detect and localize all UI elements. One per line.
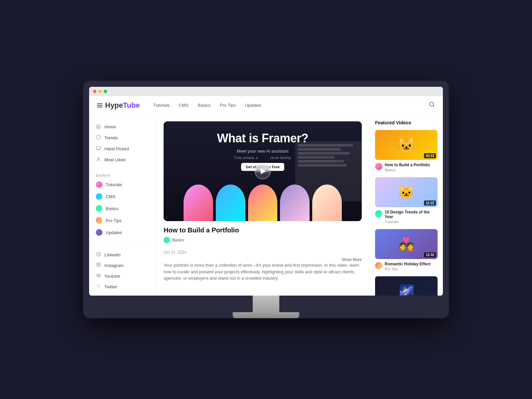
show-more-button[interactable]: Show More <box>341 257 362 262</box>
sidebar-item-instagram[interactable]: Instagram <box>89 260 155 271</box>
sidebar-updates-label: Updates <box>106 230 122 235</box>
sidebar-item-trends[interactable]: Trends <box>89 132 155 143</box>
video-category-label: Basics <box>172 238 184 242</box>
category-dot <box>164 237 170 243</box>
featured-thumb-3: 💑 12:32 <box>375 229 438 259</box>
sidebar-item-home[interactable]: Home <box>89 121 155 132</box>
updates-avatar <box>96 229 102 236</box>
sidebar-tutorials-label: Tutorials <box>106 182 122 187</box>
face-5 <box>312 185 342 221</box>
sidebar-item-twitter[interactable]: Twitter <box>89 281 155 292</box>
video-main-title: How to Build a Portfolio <box>164 226 362 234</box>
sidebar-trends-label: Trends <box>104 135 118 140</box>
featured-thumb-4: 🌌 ⬡ Made in Framer <box>375 276 438 296</box>
nav-link-cms[interactable]: CMS <box>179 103 189 108</box>
sidebar-basics-label: Basics <box>106 206 118 211</box>
sidebar: Home Trends Hand Picked <box>89 115 156 296</box>
instagram-label: Instagram <box>104 263 124 268</box>
svg-point-9 <box>98 264 99 265</box>
meta-avatar-1 <box>375 163 382 170</box>
featured-text-1: How to Build a Portfolio Basics <box>385 163 430 172</box>
logo-text: HypeTube <box>105 101 140 110</box>
video-player[interactable]: What is Framer? Meet your new AI assista… <box>164 121 362 221</box>
video-date: Oct 31, 2024 <box>164 250 362 255</box>
video-info: How to Build a Portfolio Basics <box>164 226 362 245</box>
face-4 <box>280 185 310 221</box>
tutorials-avatar <box>96 181 102 188</box>
sidebar-handpicked-label: Hand Picked <box>104 146 129 151</box>
sidebar-item-cms-explore[interactable]: CMS <box>89 191 155 202</box>
basics-avatar <box>96 205 102 212</box>
featured-title-1: How to Build a Portfolio <box>385 163 430 167</box>
hamburger-icon[interactable] <box>97 103 102 107</box>
play-button[interactable] <box>255 163 271 179</box>
trends-icon <box>96 135 101 141</box>
sidebar-item-mostliked[interactable]: Most Liked <box>89 154 155 165</box>
home-icon <box>96 124 101 130</box>
svg-line-1 <box>433 105 434 106</box>
instagram-icon <box>96 263 101 268</box>
explore-label: Explore <box>89 171 155 179</box>
video-description: Oct 31, 2024 Show More Your portfolio is… <box>164 250 362 282</box>
mostliked-icon <box>96 157 101 163</box>
sidebar-mostliked-label: Most Liked <box>104 157 125 162</box>
video-tagline: Truly unique, a , never boring. <box>234 156 291 160</box>
video-subtitle-overlay: Meet your new AI assistant <box>237 149 288 154</box>
meta-avatar-2 <box>375 210 382 217</box>
nav-link-protips[interactable]: Pro Tips <box>220 103 236 108</box>
search-icon[interactable] <box>429 101 435 109</box>
sidebar-item-handpicked[interactable]: Hand Picked <box>89 143 155 154</box>
top-nav: HypeTube Tutorials CMS Basics Pro Tips U… <box>89 96 443 115</box>
featured-video-1[interactable]: 🐱 44:23 How to Build a Portfolio Basics <box>375 130 438 172</box>
youtube-icon <box>96 273 101 279</box>
featured-meta-1: How to Build a Portfolio Basics <box>375 163 438 172</box>
video-category-badge[interactable]: Basics <box>164 237 184 243</box>
linkedin-label: Linkedin <box>104 252 120 257</box>
duration-2: 12:22 <box>424 200 436 205</box>
face-3 <box>248 185 278 221</box>
featured-title-3: Romantic Holiday Effect <box>385 262 431 266</box>
twitter-icon <box>96 284 101 289</box>
featured-video-3[interactable]: 💑 12:32 Romantic Holiday Effect Pro Tips <box>375 229 438 271</box>
sidebar-item-tutorials-explore[interactable]: Tutorials <box>89 179 155 191</box>
sidebar-item-basics-explore[interactable]: Basics <box>89 202 155 214</box>
video-faces <box>164 185 362 221</box>
youtube-label: Youtube <box>104 274 120 279</box>
featured-sidebar: Featured Videos 🐱 44:23 How to Build a P… <box>370 115 443 296</box>
sidebar-explore-section: Explore Tutorials CMS Basics <box>89 171 155 238</box>
featured-title-2: 10 Design Trends of the Year <box>385 210 438 219</box>
logo-tube: Tube <box>123 101 140 109</box>
featured-meta-2: 10 Design Trends of the Year Tutorials <box>375 210 438 224</box>
logo-hype: Hype <box>105 101 123 109</box>
sidebar-item-youtube[interactable]: Youtube <box>89 271 155 281</box>
sidebar-home-label: Home <box>104 124 116 129</box>
svg-rect-8 <box>97 263 100 267</box>
featured-cat-3: Pro Tips <box>385 267 431 271</box>
sidebar-item-updates-explore[interactable]: Updates <box>89 226 155 238</box>
featured-video-2[interactable]: 🐱 12:22 10 Design Trends of the Year Tut… <box>375 177 438 224</box>
featured-cat-2: Tutorials <box>385 220 438 224</box>
video-description-text: Your portfolio is more than a collection… <box>164 262 362 282</box>
nav-link-updates[interactable]: Updates <box>245 103 261 108</box>
featured-text-2: 10 Design Trends of the Year Tutorials <box>385 210 438 224</box>
nav-link-tutorials[interactable]: Tutorials <box>153 103 170 108</box>
nav-link-basics[interactable]: Basics <box>198 103 210 108</box>
featured-title: Featured Videos <box>375 120 438 125</box>
featured-thumb-2: 🐱 12:22 <box>375 177 438 207</box>
svg-point-2 <box>96 135 100 139</box>
featured-video-4[interactable]: 🌌 ⬡ Made in Framer <box>375 276 438 296</box>
sidebar-item-linkedin[interactable]: Linkedin <box>89 249 155 260</box>
sidebar-item-protips-explore[interactable]: Pro Tips <box>89 214 155 226</box>
featured-text-3: Romantic Holiday Effect Pro Tips <box>385 262 431 271</box>
featured-cat-1: Basics <box>385 168 430 172</box>
face-2 <box>216 185 245 221</box>
sidebar-social-section: Linkedin Instagram Youtube <box>89 245 155 292</box>
sidebar-protips-label: Pro Tips <box>106 218 122 223</box>
logo-area: HypeTube <box>97 101 140 110</box>
svg-point-6 <box>98 158 99 159</box>
svg-marker-12 <box>98 275 99 276</box>
main-layout: Home Trends Hand Picked <box>89 115 443 296</box>
content-area: What is Framer? Meet your new AI assista… <box>156 115 370 296</box>
twitter-label: Twitter <box>104 284 117 289</box>
sidebar-main-section: Home Trends Hand Picked <box>89 121 155 165</box>
